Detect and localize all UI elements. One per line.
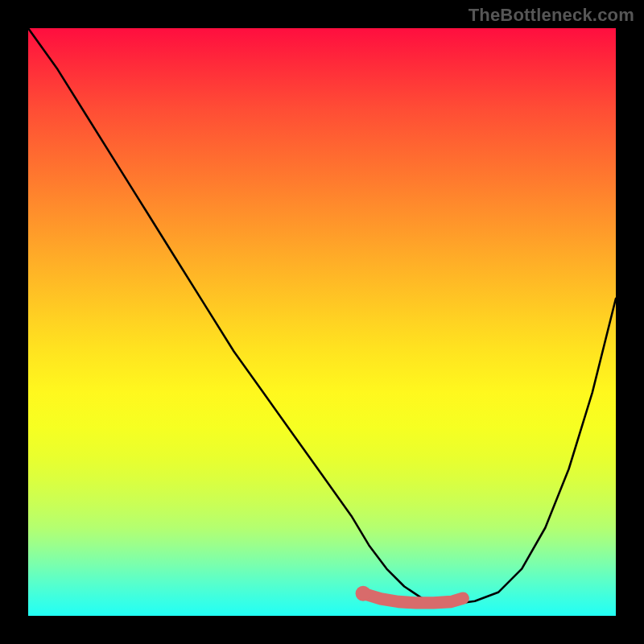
highlight-dot	[356, 586, 371, 601]
main-curve	[28, 28, 616, 604]
chart-stage: TheBottleneck.com	[0, 0, 644, 644]
watermark: TheBottleneck.com	[469, 5, 634, 26]
plot-area	[28, 28, 616, 616]
highlight-curve	[363, 593, 463, 603]
curve-layer	[28, 28, 616, 616]
